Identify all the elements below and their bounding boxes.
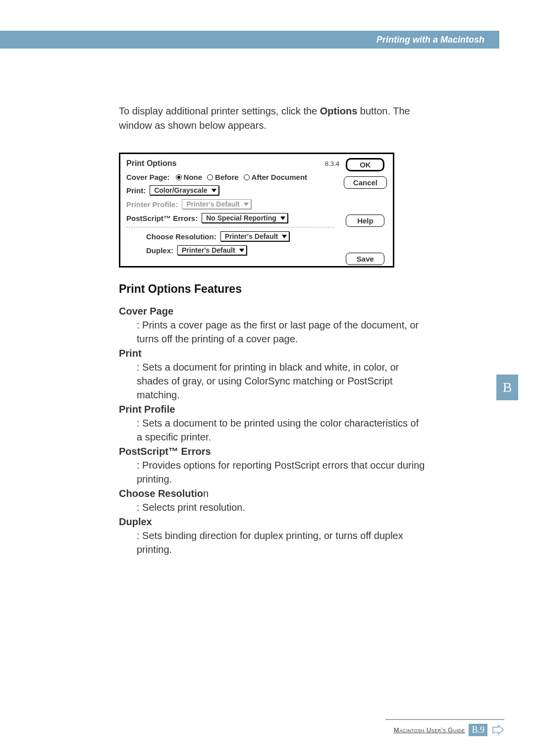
radio-none[interactable]: [176, 174, 182, 180]
ps-errors-dropdown[interactable]: No Special Reporting: [202, 213, 288, 223]
feature-cover-page-desc: : Prints a cover page as the first or la…: [137, 318, 426, 346]
feature-ps-errors-desc: : Provides options for reporting PostScr…: [137, 458, 426, 486]
radio-after[interactable]: [244, 174, 250, 180]
ps-errors-value: No Special Reporting: [206, 214, 276, 222]
chevron-down-icon: [239, 249, 244, 252]
dialog-button-column: OK Cancel Help Save: [344, 158, 387, 265]
feature-print-title: Print: [119, 348, 426, 359]
page-number-badge: B.9: [469, 724, 487, 736]
page-footer: Macintosh User's Guide B.9: [394, 723, 504, 736]
chevron-down-icon: [280, 216, 285, 220]
feature-ps-errors-title: PostScript™ Errors: [119, 446, 426, 457]
radio-after-label: After Document: [252, 173, 308, 181]
duplex-label: Duplex:: [146, 246, 173, 255]
footer-text: Macintosh User's Guide: [394, 726, 465, 734]
intro-bold: Options: [320, 106, 358, 116]
side-tab: B: [496, 375, 518, 400]
chevron-down-icon: [212, 189, 216, 192]
printer-profile-label: Printer Profile:: [126, 200, 178, 209]
duplex-dropdown[interactable]: Printer's Default: [177, 245, 247, 255]
print-options-dialog: OK Cancel Help Save Print Options 8.3.4 …: [119, 153, 394, 268]
print-label: Print:: [126, 186, 146, 195]
feature-print-profile-desc: : Sets a document to be printed using th…: [137, 416, 426, 444]
radio-before-label: Before: [215, 173, 239, 181]
footer-rule: [385, 719, 504, 720]
help-button[interactable]: Help: [346, 215, 384, 227]
chevron-down-icon: [244, 203, 249, 206]
intro-paragraph: To display additional printer settings, …: [119, 104, 426, 133]
side-tab-letter: B: [503, 379, 512, 395]
feature-print-desc: : Sets a document for printing in black …: [137, 360, 426, 402]
chevron-down-icon: [282, 235, 287, 238]
feature-resolution-bold: Choose Resolutio: [119, 488, 203, 499]
dialog-divider: [126, 227, 334, 227]
section-heading: Print Options Features: [119, 282, 426, 296]
feature-cover-page-title: Cover Page: [119, 306, 426, 317]
print-dropdown[interactable]: Color/Grayscale: [150, 185, 218, 195]
feature-duplex-title: Duplex: [119, 516, 426, 528]
dialog-version: 8.3.4: [325, 160, 339, 167]
chapter-header: Printing with a Macintosh: [0, 31, 499, 49]
printer-profile-dropdown: Printer's Default: [182, 199, 251, 209]
radio-none-label: None: [184, 173, 203, 181]
feature-duplex-desc: : Sets binding direction for duplex prin…: [137, 529, 426, 556]
resolution-label: Choose Resolution:: [146, 232, 216, 241]
resolution-value: Printer's Default: [225, 232, 278, 240]
duplex-value: Printer's Default: [182, 246, 235, 254]
next-page-arrow-icon[interactable]: [491, 723, 504, 736]
dialog-title: Print Options: [126, 159, 176, 168]
cover-page-label: Cover Page:: [126, 173, 170, 181]
page-content: To display additional printer settings, …: [119, 104, 426, 557]
print-dropdown-value: Color/Grayscale: [154, 186, 207, 194]
feature-resolution-desc: : Selects print resolution.: [137, 500, 426, 514]
chapter-title: Printing with a Macintosh: [376, 35, 484, 45]
feature-print-profile-title: Print Profile: [119, 404, 426, 415]
ps-errors-label: PostScript™ Errors:: [126, 214, 198, 222]
intro-prefix: To display additional printer settings, …: [119, 106, 320, 116]
feature-resolution-tail: n: [203, 488, 209, 499]
resolution-dropdown[interactable]: Printer's Default: [220, 231, 290, 241]
printer-profile-value: Printer's Default: [186, 200, 240, 208]
radio-before[interactable]: [207, 174, 213, 180]
ok-button[interactable]: OK: [346, 158, 384, 171]
save-button[interactable]: Save: [346, 253, 384, 265]
cancel-button[interactable]: Cancel: [344, 176, 387, 189]
feature-resolution-title: Choose Resolution: [119, 488, 426, 499]
